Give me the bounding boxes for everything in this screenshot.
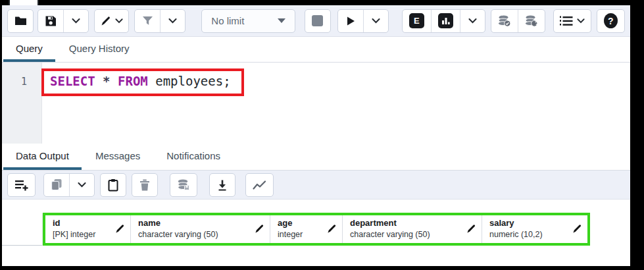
grid-header-row: id [PK] integer name character varying (… xyxy=(2,213,590,246)
sql-editor[interactable]: 1 SELECT * FROM employees; xyxy=(2,63,630,144)
chevron-down-icon xyxy=(115,18,123,24)
copy-options-button[interactable] xyxy=(69,174,94,196)
column-name: age xyxy=(278,217,324,229)
editor-gutter xyxy=(2,63,42,144)
chevron-down-icon xyxy=(468,18,477,24)
copy-icon xyxy=(51,178,62,191)
tab-bar-remnant xyxy=(9,0,39,5)
column-type: numeric (10,2) xyxy=(489,229,570,240)
chevron-down-icon xyxy=(168,18,177,24)
line-number: 1 xyxy=(2,76,27,88)
tab-notifications[interactable]: Notifications xyxy=(154,144,233,170)
explain-button-group: E xyxy=(402,9,485,33)
filter-icon xyxy=(142,16,153,26)
filter-options-button[interactable] xyxy=(160,10,185,32)
macros-list-icon xyxy=(559,15,573,26)
cancel-query-button[interactable] xyxy=(305,9,331,33)
chevron-down-icon xyxy=(577,18,585,24)
edit-column-icon[interactable] xyxy=(466,224,476,234)
select-all-corner-cell[interactable] xyxy=(2,213,43,246)
copy-button-group xyxy=(43,173,95,197)
download-button[interactable] xyxy=(209,173,235,197)
tab-query[interactable]: Query xyxy=(3,37,55,62)
edit-button[interactable] xyxy=(94,9,129,33)
explain-options-button[interactable] xyxy=(460,10,485,32)
rollback-icon xyxy=(525,15,538,27)
query-toolbar: No limit E xyxy=(2,5,630,37)
data-output-grid: id [PK] integer name character varying (… xyxy=(2,200,630,266)
save-icon xyxy=(45,15,57,27)
column-header-department[interactable]: department character varying (50) xyxy=(343,215,482,243)
help-button[interactable]: ? xyxy=(597,9,625,33)
tab-data-output-label: Data Output xyxy=(16,150,69,161)
explain-badge: E xyxy=(409,13,424,28)
edit-column-icon[interactable] xyxy=(115,224,125,234)
transaction-button-group xyxy=(491,9,545,33)
macros-button[interactable] xyxy=(553,9,591,33)
execute-button[interactable] xyxy=(338,10,363,32)
row-limit-value: No limit xyxy=(211,15,244,26)
tab-messages-label: Messages xyxy=(95,150,140,161)
edit-column-icon[interactable] xyxy=(327,224,337,234)
delete-row-button[interactable] xyxy=(132,173,158,197)
explain-button[interactable]: E xyxy=(403,10,431,32)
save-button-group xyxy=(37,9,89,33)
open-file-button[interactable] xyxy=(7,9,34,33)
query-tabbar: Query Query History xyxy=(2,37,630,63)
tab-messages[interactable]: Messages xyxy=(83,144,153,170)
execute-button-group xyxy=(337,9,389,33)
tab-query-history-label: Query History xyxy=(69,43,130,54)
tab-data-output[interactable]: Data Output xyxy=(3,144,82,170)
play-icon xyxy=(346,16,355,26)
column-type: [PK] integer xyxy=(53,229,112,240)
filter-button-group xyxy=(134,9,186,33)
tab-notifications-label: Notifications xyxy=(166,150,220,161)
edit-column-icon[interactable] xyxy=(572,224,582,234)
copy-button[interactable] xyxy=(44,174,69,196)
execute-options-button[interactable] xyxy=(363,10,388,32)
column-header-age[interactable]: age integer xyxy=(270,215,343,243)
rollback-button[interactable] xyxy=(518,10,545,32)
column-type: character varying (50) xyxy=(138,229,252,240)
column-type: character varying (50) xyxy=(350,229,464,240)
row-limit-select[interactable]: No limit xyxy=(201,9,295,33)
chevron-down-icon xyxy=(372,18,380,24)
stop-icon xyxy=(312,15,323,26)
save-data-changes-icon xyxy=(177,179,190,191)
explain-analyze-button[interactable] xyxy=(431,10,460,32)
chevron-down-icon xyxy=(72,18,80,24)
add-row-icon xyxy=(14,179,28,191)
edit-column-icon[interactable] xyxy=(255,224,264,234)
save-options-button[interactable] xyxy=(63,10,88,32)
column-header-name[interactable]: name character varying (50) xyxy=(131,215,270,243)
graph-visualiser-button[interactable] xyxy=(245,173,274,197)
tab-query-label: Query xyxy=(16,43,43,54)
commit-button[interactable] xyxy=(491,10,518,32)
graph-visualiser-icon xyxy=(253,180,266,190)
commit-icon xyxy=(498,15,511,27)
add-row-button[interactable] xyxy=(7,173,36,197)
save-data-changes-button[interactable] xyxy=(170,173,197,197)
column-name: salary xyxy=(489,217,570,229)
paste-button[interactable] xyxy=(100,173,126,197)
explain-analyze-icon xyxy=(438,13,453,28)
save-button[interactable] xyxy=(38,10,63,32)
column-name: department xyxy=(350,217,464,229)
chevron-down-icon xyxy=(78,182,86,188)
filter-button[interactable] xyxy=(135,10,160,32)
caret-down-icon xyxy=(278,18,285,23)
query-tool-panel: No limit E xyxy=(2,5,630,266)
tab-query-history[interactable]: Query History xyxy=(57,37,142,62)
paste-icon xyxy=(107,178,119,192)
help-icon: ? xyxy=(604,13,618,28)
pgadmin-query-tool-window: No limit E xyxy=(0,0,644,270)
query-annotation-box xyxy=(41,68,244,96)
column-header-id[interactable]: id [PK] integer xyxy=(45,215,131,243)
column-name: id xyxy=(53,217,112,229)
open-file-icon xyxy=(14,16,27,26)
edit-icon xyxy=(101,16,111,26)
column-header-salary[interactable]: salary numeric (10,2) xyxy=(482,215,587,243)
column-name: name xyxy=(138,217,252,229)
download-icon xyxy=(216,179,228,191)
column-type: integer xyxy=(278,229,324,240)
